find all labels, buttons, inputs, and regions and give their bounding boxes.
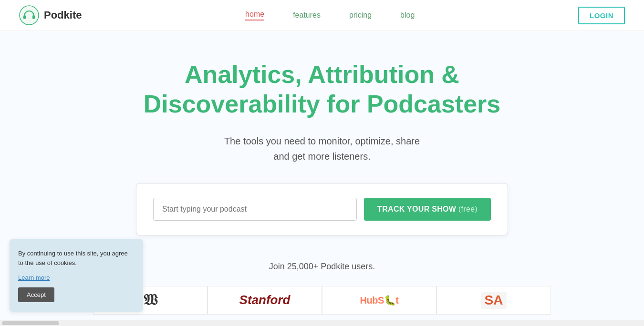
svg-point-0 (20, 6, 39, 25)
logo-area[interactable]: Podkite (19, 5, 82, 25)
hero-subtitle: The tools you need to monitor, optimize,… (224, 133, 420, 164)
svg-rect-4 (31, 16, 32, 18)
login-button[interactable]: LOGIN (578, 7, 625, 24)
scrollbar-thumb[interactable] (2, 321, 59, 325)
brand-name: Podkite (44, 9, 82, 21)
hero-title: Analytics, Attribution & Discoverability… (144, 60, 501, 119)
free-label: (free) (458, 205, 478, 213)
nav-blog[interactable]: blog (400, 11, 415, 20)
track-show-button[interactable]: TRACK YOUR SHOW (free) (364, 198, 491, 221)
nav-features[interactable]: features (293, 11, 321, 20)
svg-rect-1 (23, 15, 26, 19)
partner-logo-stanford: Stanford (208, 286, 322, 315)
nav-home[interactable]: home (245, 10, 264, 20)
main-nav: home features pricing blog (245, 10, 415, 20)
partner-logo-hubspot: HubS🐛t (322, 286, 436, 315)
cookie-learn-more-link[interactable]: Learn more (18, 274, 50, 281)
cookie-accept-button[interactable]: Accept (18, 287, 54, 302)
join-text: Join 25,000+ Podkite users. (269, 262, 375, 272)
nav-pricing[interactable]: pricing (349, 11, 372, 20)
search-input[interactable] (153, 198, 357, 221)
cookie-buttons: Accept (18, 287, 135, 302)
svg-rect-2 (32, 15, 35, 19)
headphones-icon (19, 5, 39, 25)
svg-rect-3 (26, 16, 27, 18)
header: Podkite home features pricing blog LOGIN (0, 0, 644, 31)
cookie-message: By continuing to use this site, you agre… (18, 249, 135, 267)
search-box: TRACK YOUR SHOW (free) (136, 183, 508, 235)
partner-logo-4: SA (436, 286, 551, 315)
cookie-banner: By continuing to use this site, you agre… (10, 239, 143, 312)
horizontal-scrollbar[interactable] (0, 320, 644, 326)
